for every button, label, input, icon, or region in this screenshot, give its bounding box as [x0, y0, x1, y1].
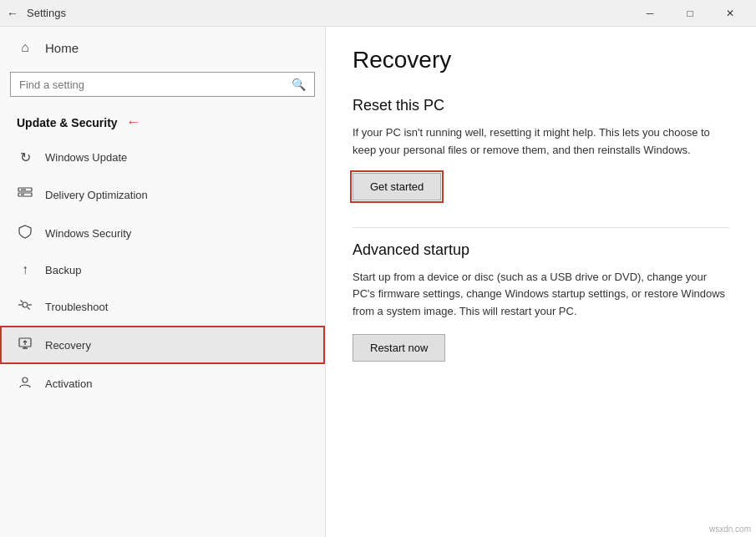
- sidebar-label-backup: Backup: [45, 264, 81, 276]
- activation-icon: [17, 374, 33, 393]
- sidebar-item-recovery[interactable]: Recovery: [0, 326, 325, 364]
- svg-point-4: [23, 302, 28, 307]
- content-area: Recovery Reset this PC If your PC isn't …: [326, 27, 756, 537]
- get-started-button[interactable]: Get started: [353, 173, 441, 200]
- sidebar-item-delivery-optimization[interactable]: Delivery Optimization: [0, 175, 325, 214]
- sidebar-item-troubleshoot[interactable]: Troubleshoot: [0, 287, 325, 326]
- reset-pc-description: If your PC isn't running well, resetting…: [353, 124, 729, 160]
- search-input[interactable]: [19, 79, 285, 91]
- section-divider: [353, 227, 729, 228]
- maximize-button[interactable]: □: [671, 0, 709, 27]
- svg-line-8: [28, 307, 30, 310]
- advanced-startup-heading: Advanced startup: [353, 241, 729, 259]
- advanced-startup-description: Start up from a device or disc (such as …: [353, 269, 729, 321]
- backup-icon: ↑: [17, 262, 33, 277]
- window-controls: ─ □ ✕: [631, 0, 749, 27]
- sidebar-label-recovery: Recovery: [45, 339, 91, 352]
- sidebar-label-troubleshoot: Troubleshoot: [45, 301, 108, 313]
- windows-security-icon: [17, 224, 33, 242]
- restart-now-button[interactable]: Restart now: [353, 334, 445, 362]
- arrow-icon: ←: [126, 114, 141, 131]
- sidebar-item-home[interactable]: ⌂ Home: [0, 27, 325, 68]
- sidebar-label-delivery-optimization: Delivery Optimization: [45, 189, 148, 201]
- windows-update-icon: ↻: [17, 149, 33, 165]
- svg-line-7: [21, 301, 23, 303]
- minimize-button[interactable]: ─: [631, 0, 669, 27]
- section-title-text: Update & Security: [17, 116, 118, 129]
- troubleshoot-icon: [17, 297, 33, 316]
- back-button[interactable]: ←: [7, 7, 18, 20]
- close-button[interactable]: ✕: [711, 0, 749, 27]
- home-icon: ⌂: [17, 40, 33, 55]
- svg-point-13: [23, 377, 28, 382]
- sidebar: ⌂ Home 🔍 Update & Security ← ↻ Windows U…: [0, 27, 326, 537]
- sidebar-label-activation: Activation: [45, 377, 92, 390]
- page-title: Recovery: [353, 47, 729, 73]
- sidebar-item-activation[interactable]: Activation: [0, 364, 325, 403]
- recovery-icon: [17, 336, 33, 354]
- svg-rect-1: [18, 193, 32, 196]
- reset-pc-heading: Reset this PC: [353, 97, 729, 114]
- app-title: Settings: [27, 7, 631, 19]
- sidebar-label-windows-security: Windows Security: [45, 227, 131, 240]
- home-label: Home: [45, 41, 79, 55]
- sidebar-item-windows-update[interactable]: ↻ Windows Update: [0, 139, 325, 175]
- delivery-optimization-icon: [17, 185, 33, 204]
- search-box[interactable]: 🔍: [10, 72, 315, 97]
- search-icon: 🔍: [292, 78, 306, 91]
- main-container: ⌂ Home 🔍 Update & Security ← ↻ Windows U…: [0, 27, 756, 537]
- sidebar-label-windows-update: Windows Update: [45, 151, 127, 164]
- sidebar-section-title: Update & Security ←: [0, 107, 325, 139]
- titlebar: ← Settings ─ □ ✕: [0, 0, 756, 27]
- sidebar-item-windows-security[interactable]: Windows Security: [0, 214, 325, 252]
- sidebar-item-backup[interactable]: ↑ Backup: [0, 252, 325, 287]
